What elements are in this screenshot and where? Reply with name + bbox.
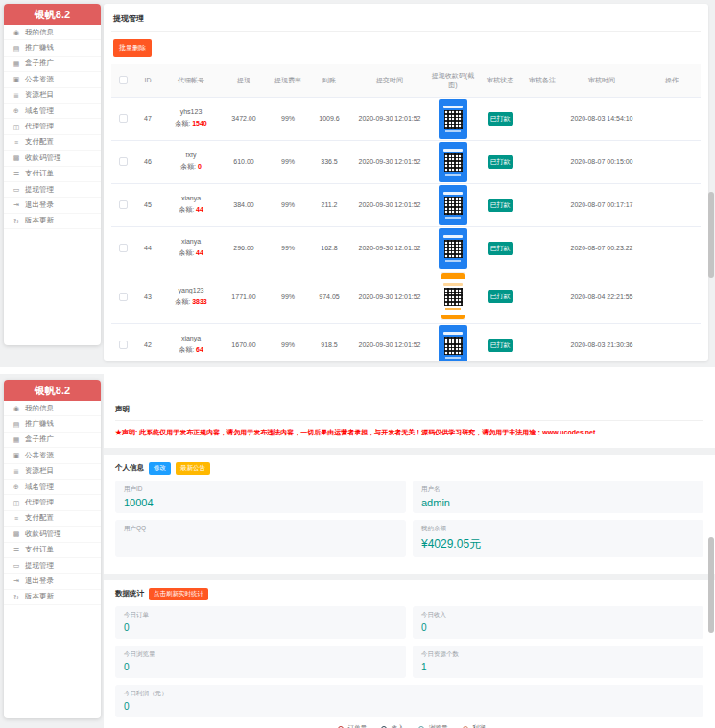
qr-code-image[interactable] <box>441 272 465 320</box>
sidebar-item-promo[interactable]: ▤推广赚钱 <box>4 416 101 432</box>
sidebar-item-logout[interactable]: ⇥退出登录 <box>4 198 101 213</box>
statement-section: 声明 ★声明: 此系统仅用于发布正规内容，请勿用于发布违法内容，一切后果由运营者… <box>104 374 715 448</box>
cell-amount: 1771.00 <box>221 270 267 323</box>
sidebar-item-agent[interactable]: ◫代理管理 <box>4 495 101 510</box>
select-all-checkbox[interactable] <box>119 76 128 84</box>
edit-profile-button[interactable]: 修改 <box>149 462 171 475</box>
notice-button[interactable]: 最新公告 <box>176 462 210 475</box>
domain-icon: ⊕ <box>12 107 20 114</box>
sidebar-item-qrcode[interactable]: ▩收款码管理 <box>4 527 101 542</box>
sidebar-item-resource-list[interactable]: ≣资源栏目 <box>4 88 101 104</box>
sidebar-nav: ◉我的信息 ▤推广赚钱 ▦盒子推广 ▣公共资源 ≣资源栏目 ⊕域名管理 ◫代理管… <box>4 25 101 229</box>
legend-item-income[interactable]: 收入 <box>377 724 404 728</box>
agent-icon: ◫ <box>12 500 20 506</box>
refresh-stats-button[interactable]: 点击刷新实时统计 <box>149 588 208 600</box>
sidebar-item-domain[interactable]: ⊕域名管理 <box>4 480 101 495</box>
withdraw-screen: 银帆8.2 ◉我的信息 ▤推广赚钱 ▦盒子推广 ▣公共资源 ≣资源栏目 ⊕域名管… <box>0 0 715 367</box>
row-checkbox[interactable] <box>119 293 128 301</box>
promo-icon: ▤ <box>12 45 20 52</box>
cell-arrival: 211.2 <box>309 183 349 226</box>
qrcode-icon: ▩ <box>12 530 20 537</box>
col-agent: 代理帐号 <box>161 64 221 97</box>
cell-amount: 610.00 <box>221 140 267 183</box>
profile-title: 个人信息 <box>115 463 144 473</box>
cell-audit-time: 2020-08-03 14:54:10 <box>560 97 643 140</box>
sidebar-item-agent[interactable]: ◫代理管理 <box>4 119 101 134</box>
qr-code-image[interactable] <box>439 99 467 139</box>
col-id: ID <box>134 64 161 97</box>
qr-code-image[interactable] <box>439 185 467 225</box>
box-icon: ▦ <box>12 436 20 443</box>
sidebar-item-withdraw[interactable]: ▭提现管理 <box>4 182 101 198</box>
cell-amount: 296.00 <box>221 226 267 270</box>
pay-order-icon: ☰ <box>12 547 20 553</box>
col-qr: 提现收款码(截图) <box>430 64 476 97</box>
sidebar-item-pay-order[interactable]: ☰支付订单 <box>4 167 101 182</box>
sidebar-item-pay-config[interactable]: ≡支付配置 <box>4 511 101 527</box>
resource-list-icon: ≣ <box>12 468 20 475</box>
row-checkbox[interactable] <box>119 200 128 209</box>
cell-amount: 3472.00 <box>221 97 267 140</box>
cell-audit-time: 2020-08-07 00:23:22 <box>560 226 643 270</box>
dashboard-screen: 银帆8.2 ◉我的信息 ▤推广赚钱 ▦盒子推广 ▣公共资源 ≣资源栏目 ⊕域名管… <box>0 374 715 728</box>
sidebar-item-my-info[interactable]: ◉我的信息 <box>4 25 101 40</box>
sidebar-item-pay-order[interactable]: ☰支付订单 <box>4 543 101 558</box>
withdraw-icon: ▭ <box>12 562 20 569</box>
resource-list-icon: ≣ <box>12 92 20 99</box>
legend-item-orders[interactable]: 订单量 <box>334 724 368 728</box>
user-icon: ◉ <box>12 29 20 35</box>
cell-id: 46 <box>134 140 161 183</box>
cell-audit-time: 2020-08-07 00:15:00 <box>560 140 643 183</box>
scrollbar-thumb[interactable] <box>708 537 714 633</box>
row-checkbox[interactable] <box>119 341 128 349</box>
sidebar-item-qrcode[interactable]: ▩收款码管理 <box>4 151 101 166</box>
qr-code-image[interactable] <box>439 325 467 362</box>
status-badge: 已打款 <box>488 290 513 303</box>
sidebar-item-logout[interactable]: ⇥退出登录 <box>4 574 101 589</box>
legend-item-profit[interactable]: 利润 <box>459 724 486 728</box>
cell-qr <box>430 323 476 361</box>
status-badge: 已打款 <box>488 155 513 169</box>
cell-rate: 99% <box>267 323 309 361</box>
qr-code-image[interactable] <box>439 142 467 182</box>
section-divider <box>104 574 715 580</box>
row-checkbox[interactable] <box>119 244 128 252</box>
domain-icon: ⊕ <box>12 483 20 490</box>
sidebar-nav: ◉我的信息 ▤推广赚钱 ▦盒子推广 ▣公共资源 ≣资源栏目 ⊕域名管理 ◫代理管… <box>4 401 101 605</box>
public-resource-icon: ▣ <box>12 452 20 458</box>
sidebar-item-my-info[interactable]: ◉我的信息 <box>4 401 101 416</box>
pay-config-icon: ≡ <box>12 515 20 522</box>
sidebar: 银帆8.2 ◉我的信息 ▤推广赚钱 ▦盒子推广 ▣公共资源 ≣资源栏目 ⊕域名管… <box>4 380 101 718</box>
table-header-row: ID 代理帐号 提现 提现费率 到账 提交时间 提现收款码(截图) 审核状态 审… <box>111 64 701 97</box>
cell-submit-time: 2020-09-30 12:01:52 <box>349 226 430 270</box>
row-checkbox[interactable] <box>119 114 128 123</box>
sidebar-item-withdraw[interactable]: ▭提现管理 <box>4 558 101 574</box>
sidebar-item-box-promo[interactable]: ▦盒子推广 <box>4 433 101 448</box>
col-submit-time: 提交时间 <box>349 64 430 97</box>
cell-submit-time: 2020-09-30 12:01:52 <box>349 270 430 323</box>
row-checkbox[interactable] <box>119 157 128 166</box>
scrollbar-thumb[interactable] <box>708 192 714 278</box>
cell-action <box>643 323 701 361</box>
status-badge: 已打款 <box>488 112 513 126</box>
cell-status: 已打款 <box>476 183 524 226</box>
cell-id: 43 <box>134 270 161 323</box>
sidebar-item-resource-list[interactable]: ≣资源栏目 <box>4 464 101 480</box>
sidebar-item-pay-config[interactable]: ≡支付配置 <box>4 135 101 151</box>
stat-today-orders: 今日订单 0 <box>115 606 406 639</box>
qr-code-image[interactable] <box>439 228 467 269</box>
cell-action <box>643 140 701 183</box>
cell-qr <box>430 183 476 226</box>
sidebar-item-update[interactable]: ↻版本更新 <box>4 214 101 229</box>
sidebar-item-update[interactable]: ↻版本更新 <box>4 590 101 605</box>
sidebar-item-box-promo[interactable]: ▦盒子推广 <box>4 57 101 72</box>
sidebar-item-domain[interactable]: ⊕域名管理 <box>4 104 101 119</box>
legend-item-views[interactable]: 浏览量 <box>415 724 448 728</box>
cell-remark <box>524 226 560 270</box>
sidebar-item-promo[interactable]: ▤推广赚钱 <box>4 40 101 56</box>
batch-delete-button[interactable]: 批量删除 <box>113 39 152 57</box>
cell-agent: yang123余额: 3833 <box>161 270 221 323</box>
cell-qr <box>430 97 476 140</box>
sidebar-item-public-resource[interactable]: ▣公共资源 <box>4 72 101 87</box>
sidebar-item-public-resource[interactable]: ▣公共资源 <box>4 448 101 463</box>
